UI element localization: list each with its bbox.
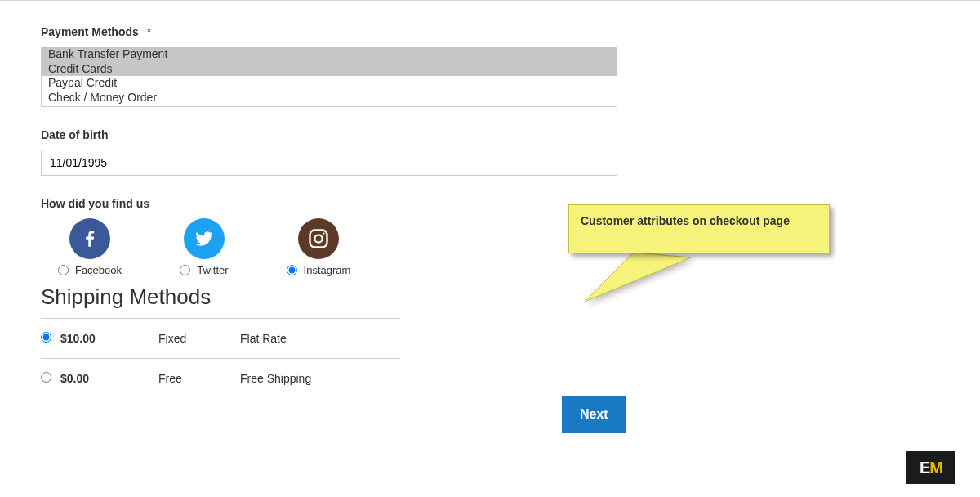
svg-point-1 xyxy=(314,235,322,242)
find-us-option-twitter: Twitter xyxy=(172,218,237,276)
shipping-row[interactable]: $0.00 Free Free Shipping xyxy=(41,358,400,398)
twitter-icon xyxy=(184,218,225,259)
find-us-radio-twitter[interactable] xyxy=(180,265,190,275)
shipping-carrier: Flat Rate xyxy=(240,332,400,345)
annotation-callout: Customer attributes on checkout page xyxy=(568,204,830,253)
logo-letter-e: E xyxy=(920,459,929,477)
find-us-radio-label: Twitter xyxy=(197,264,228,276)
find-us-option-facebook: Facebook xyxy=(57,218,122,276)
shipping-price: $0.00 xyxy=(60,372,158,385)
find-us-radio-label: Facebook xyxy=(75,264,122,276)
shipping-price: $10.00 xyxy=(60,332,158,345)
shipping-type: Free xyxy=(158,372,240,385)
next-button[interactable]: Next xyxy=(562,396,626,433)
shipping-radio-flatrate[interactable] xyxy=(41,332,51,343)
find-us-radio-label: Instagram xyxy=(304,264,351,276)
shipping-methods-heading: Shipping Methods xyxy=(41,284,939,310)
required-asterisk: * xyxy=(147,25,151,38)
logo-letter-m: M xyxy=(929,459,942,477)
svg-point-2 xyxy=(323,232,324,234)
payment-methods-label: Payment Methods * xyxy=(41,25,939,38)
payment-method-option[interactable]: Paypal Credit xyxy=(42,76,617,91)
svg-rect-0 xyxy=(310,231,327,248)
find-us-radio-instagram[interactable] xyxy=(287,265,297,275)
instagram-icon xyxy=(298,218,339,259)
shipping-methods-table: $10.00 Fixed Flat Rate $0.00 Free Free S… xyxy=(41,318,400,398)
shipping-radio-free[interactable] xyxy=(41,372,51,383)
em-logo: EM xyxy=(906,451,956,484)
dob-label: Date of birth xyxy=(41,128,939,141)
facebook-icon xyxy=(69,218,110,259)
find-us-radio-facebook[interactable] xyxy=(58,265,69,275)
shipping-row[interactable]: $10.00 Fixed Flat Rate xyxy=(41,318,400,358)
shipping-carrier: Free Shipping xyxy=(240,372,400,385)
find-us-option-instagram: Instagram xyxy=(286,218,351,276)
payment-method-option[interactable]: Bank Transfer Payment xyxy=(42,47,617,62)
payment-method-option[interactable]: Check / Money Order xyxy=(42,91,617,105)
dob-input[interactable] xyxy=(41,150,617,176)
payment-method-option[interactable]: Credit Cards xyxy=(42,62,617,77)
payment-methods-multiselect[interactable]: Bank Transfer Payment Credit Cards Paypa… xyxy=(41,47,617,107)
shipping-type: Fixed xyxy=(158,332,240,345)
